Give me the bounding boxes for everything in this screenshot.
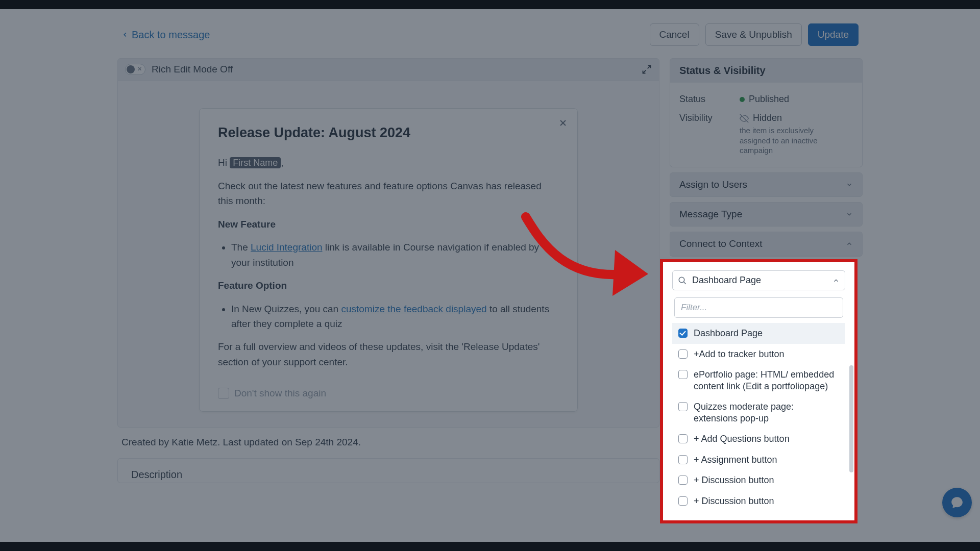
assign-users-accordion[interactable]: Assign to Users xyxy=(670,172,863,197)
connect-context-header[interactable]: Connect to Context xyxy=(670,232,862,256)
context-selected-value: Dashboard Page xyxy=(692,275,827,286)
li2-pre: In New Quizzes, you can xyxy=(231,304,341,314)
context-option-label: Dashboard Page xyxy=(694,328,763,339)
context-option[interactable]: + Add Questions button xyxy=(672,429,845,449)
greeting-suffix: , xyxy=(281,157,283,168)
context-option[interactable]: ePortfolio page: HTML/ embedded content … xyxy=(672,364,845,396)
action-buttons: Cancel Save & Unpublish Update xyxy=(650,23,859,46)
message-body: Hi First Name, Check out the latest new … xyxy=(218,155,559,369)
feature-option-heading: Feature Option xyxy=(218,280,287,291)
context-option[interactable]: Dashboard Page xyxy=(672,323,845,344)
message-card: Release Update: August 2024 Hi First Nam… xyxy=(199,108,578,412)
help-fab[interactable] xyxy=(942,488,972,517)
svg-line-6 xyxy=(683,282,686,284)
dont-show-checkbox[interactable] xyxy=(218,388,229,399)
first-name-token[interactable]: First Name xyxy=(230,157,281,168)
status-value: Published xyxy=(749,94,789,105)
search-icon xyxy=(678,276,687,285)
context-option-label: + Discussion button xyxy=(694,495,774,507)
top-bar: Back to message Cancel Save & Unpublish … xyxy=(117,23,863,46)
context-option[interactable]: + Discussion button xyxy=(672,470,845,491)
checkbox[interactable] xyxy=(678,402,688,411)
chevron-left-icon xyxy=(121,31,129,38)
description-label: Description xyxy=(131,469,646,481)
context-option-label: + Add Questions button xyxy=(694,433,790,445)
rich-edit-toggle[interactable]: ✕ xyxy=(125,64,145,75)
cancel-button[interactable]: Cancel xyxy=(650,23,699,46)
customize-feedback-link[interactable]: customize the feedback displayed xyxy=(341,304,486,314)
meta-line: Created by Katie Metz. Last updated on S… xyxy=(117,428,659,458)
context-option[interactable]: +Add to tracker button xyxy=(672,344,845,365)
eye-off-icon xyxy=(740,114,749,123)
message-type-label: Message Type xyxy=(679,209,742,220)
status-visibility-title: Status & Visibility xyxy=(679,65,766,77)
update-button[interactable]: Update xyxy=(808,23,859,46)
visibility-hint: the item is exclusively assigned to an i… xyxy=(740,126,831,156)
editor-panel: ✕ Rich Edit Mode Off Release Update: Aug… xyxy=(117,58,659,428)
chevron-down-icon xyxy=(846,181,853,188)
checkbox[interactable] xyxy=(678,496,688,506)
lucid-link[interactable]: Lucid Integration xyxy=(251,242,323,253)
dont-show-row: Don't show this again xyxy=(218,388,559,399)
intro-text: Check out the latest new features and fe… xyxy=(218,179,559,209)
greeting-prefix: Hi xyxy=(218,157,230,168)
message-type-accordion[interactable]: Message Type xyxy=(670,202,863,227)
rich-edit-label: Rich Edit Mode Off xyxy=(152,64,233,75)
dont-show-label: Don't show this again xyxy=(234,388,326,399)
context-search-combo[interactable]: Dashboard Page xyxy=(672,270,845,290)
status-dot-icon xyxy=(740,97,745,102)
chevron-down-icon xyxy=(846,211,853,218)
connect-context-label: Connect to Context xyxy=(679,238,763,249)
status-label: Status xyxy=(679,94,719,105)
visibility-label: Visibility xyxy=(679,113,719,123)
context-option-list: Dashboard Page+Add to tracker buttonePor… xyxy=(672,323,845,511)
expand-icon[interactable] xyxy=(642,64,652,74)
context-option-label: Quizzes moderate page: extensions pop-up xyxy=(694,401,839,424)
context-option[interactable]: Quizzes moderate page: extensions pop-up xyxy=(672,396,845,429)
context-option[interactable]: + Discussion button xyxy=(672,491,845,512)
context-option[interactable]: + Assignment button xyxy=(672,449,845,470)
context-filter-input[interactable] xyxy=(674,297,843,318)
back-link[interactable]: Back to message xyxy=(121,29,210,41)
status-visibility-panel: Status & Visibility Status Published Vis… xyxy=(670,58,863,167)
checkbox[interactable] xyxy=(678,475,688,485)
status-visibility-header[interactable]: Status & Visibility xyxy=(670,59,862,83)
checkbox[interactable] xyxy=(678,370,688,379)
context-option-label: + Discussion button xyxy=(694,474,774,486)
context-option-label: ePortfolio page: HTML/ embedded content … xyxy=(694,369,839,392)
checkbox[interactable] xyxy=(678,455,688,464)
chevron-up-icon xyxy=(832,277,840,284)
new-feature-heading: New Feature xyxy=(218,219,276,230)
checkbox[interactable] xyxy=(678,434,688,443)
checkbox[interactable] xyxy=(678,349,688,359)
message-title: Release Update: August 2024 xyxy=(218,125,559,141)
context-option-label: + Assignment button xyxy=(694,454,777,466)
li1-pre: The xyxy=(231,242,251,253)
chevron-up-icon xyxy=(846,240,853,247)
chat-icon xyxy=(950,496,964,509)
close-icon[interactable] xyxy=(558,118,568,128)
scrollbar-thumb[interactable] xyxy=(849,365,853,472)
back-link-label: Back to message xyxy=(132,29,210,41)
checkbox[interactable] xyxy=(678,329,688,338)
svg-point-5 xyxy=(679,277,684,283)
save-unpublish-button[interactable]: Save & Unpublish xyxy=(705,23,802,46)
context-option-label: +Add to tracker button xyxy=(694,348,785,360)
context-dropdown-highlight: Dashboard Page Dashboard Page+Add to tra… xyxy=(660,259,857,523)
description-panel: Description xyxy=(117,458,659,483)
assign-users-label: Assign to Users xyxy=(679,179,747,190)
closing-text: For a full overview and videos of these … xyxy=(218,339,559,369)
visibility-value: Hidden xyxy=(753,113,782,123)
connect-context-panel: Connect to Context xyxy=(670,232,863,257)
